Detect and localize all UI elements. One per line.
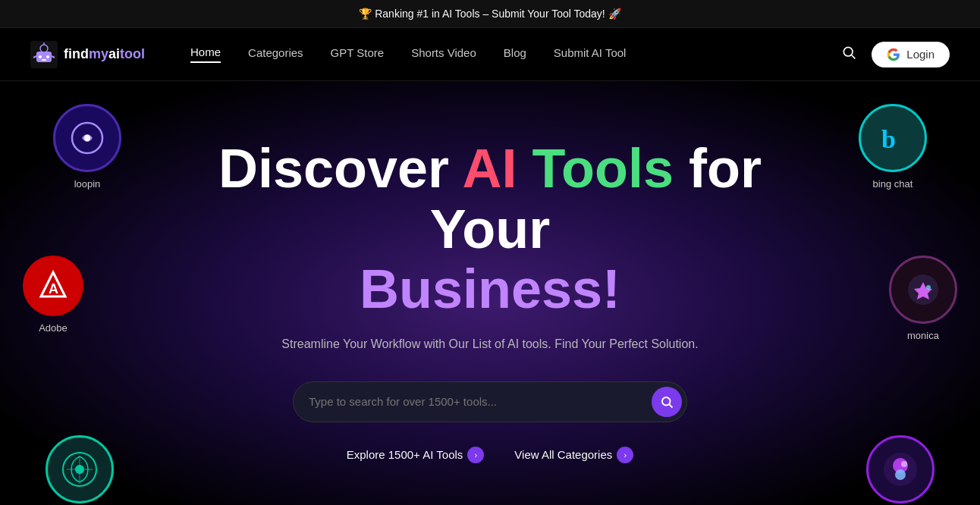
google-icon: [887, 48, 900, 61]
monica-logo: [904, 271, 942, 309]
bing-logo: b: [874, 119, 912, 157]
svg-point-25: [901, 461, 907, 467]
adobe-icon-circle: A: [23, 256, 83, 316]
explore-tools-label: Explore 1500+ AI Tools: [347, 448, 463, 461]
svg-line-27: [669, 404, 672, 407]
search-submit-icon: [660, 395, 674, 409]
hero-title-discover: Discover: [218, 138, 463, 199]
svg-text:b: b: [881, 125, 896, 153]
nav-gpt-store[interactable]: GPT Store: [331, 46, 385, 62]
tool-bing[interactable]: b bing chat: [859, 104, 927, 190]
svg-point-4: [39, 55, 42, 58]
adobe-label: Adobe: [39, 322, 68, 334]
hero-content: Discover AI Tools for Your Business! Str…: [217, 139, 763, 463]
monica-label: monica: [907, 330, 939, 341]
loopin-logo: [68, 119, 106, 157]
nav-search-button[interactable]: [841, 45, 856, 64]
bing-icon-circle: b: [859, 104, 927, 172]
bing-label: bing chat: [873, 178, 913, 190]
jasper-logo: [880, 449, 921, 490]
view-categories-label: View All Categories: [514, 448, 612, 461]
explore-tools-chevron: ›: [467, 447, 484, 463]
search-icon: [841, 45, 856, 60]
svg-rect-6: [42, 59, 46, 61]
svg-line-10: [852, 55, 856, 59]
chatgpt-logo: [59, 449, 100, 490]
svg-point-9: [844, 47, 853, 56]
login-label: Login: [906, 48, 934, 61]
nav-blog[interactable]: Blog: [504, 46, 526, 62]
nav-submit-tool[interactable]: Submit AI Tool: [554, 46, 627, 62]
svg-text:A: A: [49, 281, 58, 296]
hero-actions: Explore 1500+ AI Tools › View All Catego…: [217, 447, 763, 463]
loopin-label: loopin: [74, 178, 101, 190]
logo[interactable]: findmyaitool: [30, 41, 145, 68]
search-bar: [293, 381, 687, 422]
nav-home[interactable]: Home: [190, 45, 221, 63]
hero-title-business: Business!: [360, 259, 620, 319]
tool-loopin[interactable]: loopin: [53, 104, 121, 190]
tool-monica[interactable]: monica: [889, 256, 957, 341]
svg-point-5: [46, 55, 49, 58]
svg-point-17: [926, 285, 931, 290]
banner-text: 🏆 Ranking #1 in AI Tools – Submit Your T…: [359, 8, 620, 20]
adobe-logo: A: [36, 269, 70, 303]
nav-links: Home Categories GPT Store Shorts Video B…: [190, 45, 841, 63]
hero-title-ai: AI: [462, 138, 517, 199]
search-button[interactable]: [652, 387, 682, 417]
chatgpt-icon-circle: [46, 435, 114, 503]
login-button[interactable]: Login: [872, 42, 950, 67]
view-categories-chevron: ›: [617, 447, 633, 463]
jasper-icon-circle: [866, 435, 934, 503]
navbar: findmyaitool Home Categories GPT Store S…: [0, 28, 980, 81]
logo-icon: [30, 41, 58, 68]
tool-jasper[interactable]: Jasper: [866, 435, 934, 505]
svg-point-12: [84, 135, 90, 141]
search-input[interactable]: [309, 395, 652, 408]
nav-categories[interactable]: Categories: [248, 46, 303, 62]
svg-point-26: [662, 397, 671, 406]
monica-icon-circle: [889, 256, 957, 324]
view-categories-link[interactable]: View All Categories ›: [514, 447, 633, 463]
loopin-icon-circle: [53, 104, 121, 172]
hero-subtitle: Streamline Your Workflow with Our List o…: [217, 334, 763, 354]
explore-tools-link[interactable]: Explore 1500+ AI Tools ›: [347, 447, 485, 463]
logo-text: findmyaitool: [64, 46, 145, 62]
tool-chatgpt[interactable]: Chat GPT: [46, 435, 114, 505]
hero-title-tools: Tools: [517, 138, 674, 199]
hero-section: loopin b bing chat A Adobe monica: [0, 81, 980, 505]
hero-title: Discover AI Tools for Your Business!: [217, 139, 763, 319]
top-banner: 🏆 Ranking #1 in AI Tools – Submit Your T…: [0, 0, 980, 28]
nav-right: Login: [841, 42, 950, 67]
svg-point-24: [895, 469, 906, 480]
tool-adobe[interactable]: A Adobe: [23, 256, 83, 334]
nav-shorts-video[interactable]: Shorts Video: [411, 46, 476, 62]
